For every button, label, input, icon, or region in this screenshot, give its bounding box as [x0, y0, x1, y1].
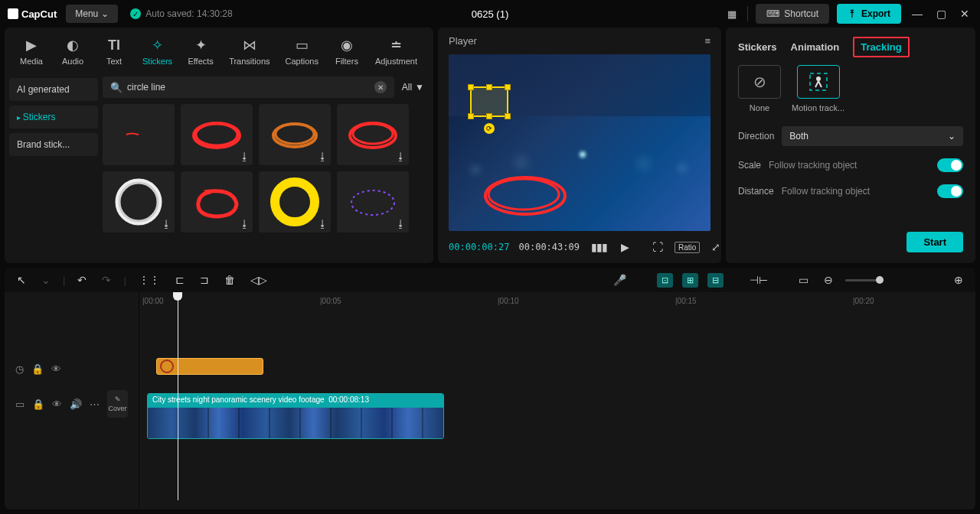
fullscreen-icon[interactable]: ⤢	[709, 239, 723, 255]
menu-icon[interactable]: ≡	[704, 35, 710, 47]
sticker-item[interactable]: ⭳	[337, 104, 409, 165]
minimize-button[interactable]: —	[909, 5, 926, 23]
start-button[interactable]: Start	[906, 232, 963, 252]
resize-handle[interactable]	[505, 84, 511, 90]
resize-handle[interactable]	[486, 84, 492, 90]
trim-left-button[interactable]: ⊏	[172, 271, 188, 289]
svg-point-1	[196, 124, 237, 145]
search-input[interactable]	[127, 82, 370, 93]
scale-toggle[interactable]	[937, 158, 963, 172]
mic-icon[interactable]: 🎤	[610, 271, 629, 289]
eye-icon[interactable]: 👁	[52, 399, 62, 410]
tab-filters[interactable]: ◉Filters	[326, 32, 368, 70]
clock-icon[interactable]: ◷	[15, 363, 24, 375]
sticker-item[interactable]: ⭳	[259, 104, 331, 165]
close-button[interactable]: ✕	[957, 5, 972, 23]
snap-icon[interactable]: ⊟	[707, 273, 724, 288]
cover-button[interactable]: ✎ Cover	[107, 390, 128, 418]
resize-handle[interactable]	[486, 113, 492, 119]
inspector-tab-tracking[interactable]: Tracking	[853, 37, 909, 57]
player-viewport[interactable]: ⟳	[449, 54, 710, 231]
sticker-item[interactable]: ⭳	[181, 104, 253, 165]
tracking-option-motion[interactable]: Motion track...	[792, 65, 844, 112]
lock-icon[interactable]: 🔒	[31, 363, 44, 375]
rotate-handle[interactable]: ⟳	[484, 123, 495, 134]
zoom-out-button[interactable]: ⊖	[821, 271, 836, 289]
app-logo: CapCut	[8, 8, 57, 20]
magnet-icon[interactable]: ⊡	[657, 273, 673, 288]
sidebar-item-brand[interactable]: Brand stick...	[9, 133, 98, 156]
ratio-button[interactable]: Ratio	[675, 242, 700, 253]
download-icon[interactable]: ⭳	[162, 218, 172, 229]
shortcut-button[interactable]: ⌨ Shortcut	[756, 4, 829, 24]
sticker-clip[interactable]	[156, 358, 263, 375]
sticker-item[interactable]: ⭳	[337, 171, 409, 233]
clear-search-button[interactable]: ✕	[374, 81, 387, 93]
tab-audio[interactable]: ◐Audio	[52, 32, 93, 70]
delete-button[interactable]: 🗑	[221, 271, 238, 289]
maximize-button[interactable]: ▢	[933, 5, 949, 23]
more-icon[interactable]: ⋯	[90, 399, 100, 410]
inspector-tab-animation[interactable]: Animation	[791, 41, 840, 53]
mirror-button[interactable]: ◁▷	[247, 271, 270, 289]
undo-button[interactable]: ↶	[74, 271, 90, 289]
split-button[interactable]: ⋮⋮	[136, 271, 163, 289]
download-icon[interactable]: ⭳	[318, 218, 328, 229]
timeline-toolbar: ↖ ⌄ | ↶ ↷ | ⋮⋮ ⊏ ⊐ 🗑 ◁▷ 🎤 ⊡ ⊞ ⊟ ⊣⊢ ▭ ⊖ ⊕	[5, 268, 975, 292]
tab-media[interactable]: ▶Media	[11, 32, 52, 70]
focus-icon[interactable]: ⛶	[650, 239, 665, 255]
export-button[interactable]: ⭱ Export	[837, 4, 901, 24]
transform-box[interactable]: ⟳	[470, 86, 508, 117]
trim-right-button[interactable]: ⊐	[197, 271, 212, 289]
download-icon[interactable]: ⭳	[396, 151, 406, 162]
sidebar-item-stickers[interactable]: Stickers	[9, 106, 98, 128]
sticker-item[interactable]	[103, 104, 175, 165]
resize-handle[interactable]	[505, 113, 511, 119]
sticker-item[interactable]: ⭳	[181, 171, 253, 233]
ruler-mark: |00:15	[675, 297, 697, 305]
search-box[interactable]: 🔍 ✕	[103, 76, 394, 98]
playhead[interactable]	[178, 292, 178, 500]
scale-sublabel: Follow tracking object	[769, 160, 857, 171]
resize-handle[interactable]	[468, 113, 474, 119]
tracking-option-none[interactable]: ⊘ None	[738, 65, 781, 112]
eye-icon[interactable]: 👁	[51, 363, 61, 375]
mute-icon[interactable]: 🔊	[70, 399, 82, 410]
zoom-slider[interactable]	[845, 279, 884, 281]
filter-button[interactable]: All ▼	[402, 82, 424, 93]
download-icon[interactable]: ⭳	[240, 151, 250, 162]
menu-button[interactable]: Menu ⌄	[66, 5, 118, 23]
download-icon[interactable]: ⭳	[396, 218, 406, 229]
distance-toggle[interactable]	[937, 184, 963, 198]
track-icon[interactable]: ▭	[15, 399, 24, 410]
align-icon[interactable]: ⊣⊢	[746, 271, 771, 289]
sticker-item[interactable]: ⭳	[259, 171, 331, 233]
chevron-down-icon[interactable]: ⌄	[38, 271, 54, 289]
tab-adjustment[interactable]: ≐Adjustment	[368, 32, 425, 70]
preview-icon[interactable]: ▭	[795, 271, 812, 289]
direction-select[interactable]: Both ⌄	[782, 126, 963, 146]
select-tool[interactable]: ↖	[14, 271, 29, 289]
lock-icon[interactable]: 🔒	[32, 399, 44, 410]
timeline-ruler[interactable]: |00:00 |00:05 |00:10 |00:15 |00:20	[139, 292, 975, 312]
direction-label: Direction	[738, 131, 774, 142]
redo-button[interactable]: ↷	[99, 271, 114, 289]
resize-handle[interactable]	[468, 84, 474, 90]
tab-stickers[interactable]: ✧Stickers	[135, 32, 180, 70]
download-icon[interactable]: ⭳	[318, 151, 328, 162]
video-clip[interactable]: City streets night panoramic scenery vid…	[147, 393, 444, 439]
tab-captions[interactable]: ▭Captions	[278, 32, 326, 70]
zoom-in-button[interactable]: ⊕	[951, 271, 966, 289]
download-icon[interactable]: ⭳	[240, 218, 250, 229]
tab-transitions[interactable]: ⋈Transitions	[221, 32, 277, 70]
layout-icon[interactable]: ▦	[724, 5, 740, 23]
tab-text[interactable]: TIText	[93, 32, 135, 70]
link-icon[interactable]: ⊞	[682, 273, 698, 288]
sticker-item[interactable]: ⭳	[103, 171, 175, 233]
none-icon: ⊘	[738, 65, 781, 99]
sidebar-item-ai[interactable]: AI generated	[9, 78, 98, 101]
tab-effects[interactable]: ✦Effects	[180, 32, 221, 70]
inspector-tab-stickers[interactable]: Stickers	[738, 41, 777, 53]
compare-icon[interactable]: ▮▮▮	[589, 239, 609, 255]
play-button[interactable]: ▶	[619, 239, 632, 255]
